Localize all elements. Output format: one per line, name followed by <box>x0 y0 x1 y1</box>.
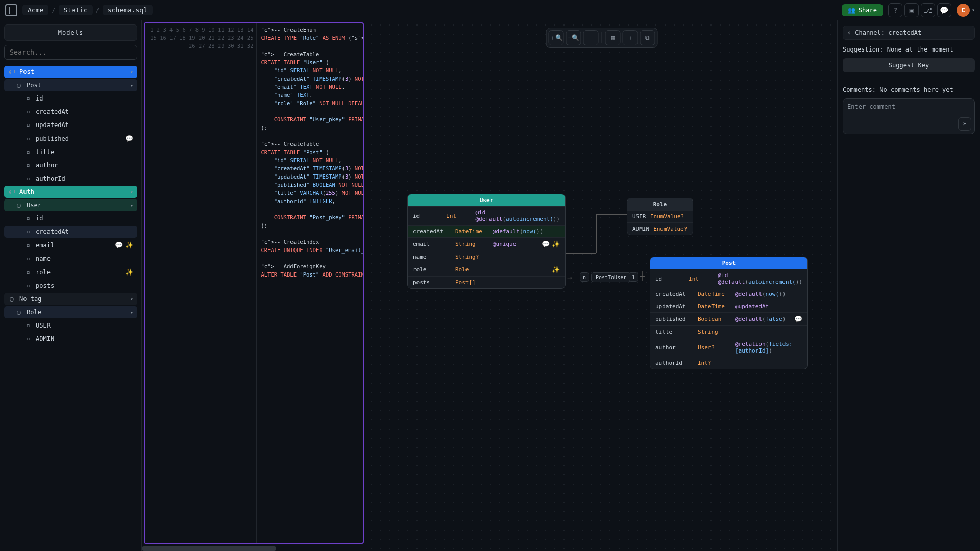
breadcrumb: Acme / Static / schema.sql <box>22 5 153 15</box>
table-row[interactable]: createdAtDateTime@default(now()) <box>650 288 807 300</box>
sql-body[interactable]: "c">-- CreateEnum CREATE TYPE "Role" AS … <box>257 23 363 543</box>
relation-end-right: 1 <box>629 272 638 282</box>
col-name: USER <box>632 213 646 220</box>
table-row[interactable]: authorIdInt? <box>650 357 807 369</box>
table-row[interactable]: titleString <box>650 325 807 338</box>
ai-icon: ✨ <box>125 268 133 276</box>
col-name: createdAt <box>413 228 451 235</box>
enum-role-user[interactable]: ▫USER <box>4 319 137 332</box>
crumb-sep: / <box>52 7 55 14</box>
field-post-authorid[interactable]: ▫authorId <box>4 172 137 185</box>
table-row[interactable]: ADMINEnumValue? <box>627 222 693 235</box>
tag-label: No tag <box>19 295 41 303</box>
crumb-org[interactable]: Acme <box>22 5 48 15</box>
tag-auth[interactable]: 🏷 Auth ▾ <box>4 186 137 198</box>
table-row[interactable]: postsPost[] <box>408 276 565 288</box>
field-icon: ▫ <box>24 255 32 262</box>
comments-button[interactable]: 💬 <box>937 3 951 17</box>
col-type: User? <box>698 344 731 351</box>
branch-button[interactable]: ⎇ <box>921 3 935 17</box>
comment-input[interactable]: Enter comment ➤ <box>843 98 975 134</box>
field-post-updatedat[interactable]: ▫updatedAt <box>4 119 137 131</box>
field-post-published[interactable]: ▫published💬 <box>4 132 137 145</box>
field-post-id[interactable]: ▫id <box>4 92 137 105</box>
field-user-email[interactable]: ▫email💬✨ <box>4 239 137 252</box>
folder-icon: ▢ <box>15 202 22 209</box>
col-attr: @id @default(autoincrement()) <box>475 209 560 222</box>
col-type: Role <box>455 266 488 273</box>
send-button[interactable]: ➤ <box>958 117 971 131</box>
field-label: USER <box>36 322 51 329</box>
avatar[interactable]: C <box>957 4 970 17</box>
field-user-posts[interactable]: ▫posts <box>4 280 137 292</box>
relation-pill[interactable]: PostToUser <box>591 272 631 282</box>
field-user-createdat[interactable]: ▫createdAt <box>4 226 137 238</box>
table-row[interactable]: nameString? <box>408 251 565 263</box>
share-button[interactable]: 👥 Share <box>842 4 883 16</box>
field-post-author[interactable]: ▫author <box>4 159 137 171</box>
card-header: Role <box>627 198 693 210</box>
table-row[interactable]: publishedBoolean@default(false)💬 <box>650 312 807 325</box>
table-row[interactable]: roleRole✨ <box>408 263 565 276</box>
arrow-icon: → <box>567 272 572 282</box>
model-role[interactable]: ▢ Role ▾ <box>4 306 137 318</box>
grid-button[interactable]: ▦ <box>605 30 621 45</box>
crumb-project[interactable]: Static <box>59 5 93 15</box>
tag-post[interactable]: 🏷 Post ▾ <box>4 66 137 78</box>
user-plus-icon: 👥 <box>848 7 855 14</box>
ai-icon: ✨ <box>552 240 560 248</box>
card-role[interactable]: Role USEREnumValue?ADMINEnumValue? <box>627 198 693 235</box>
field-post-title[interactable]: ▫title <box>4 146 137 158</box>
chevron-down-icon[interactable]: ▾ <box>972 7 975 13</box>
layout-icon: ▣ <box>910 6 914 14</box>
table-row[interactable]: updatedAtDateTime@updatedAt <box>650 300 807 312</box>
app-logo[interactable] <box>5 4 17 16</box>
table-row[interactable]: createdAtDateTime@default(now()) <box>408 225 565 237</box>
field-icon: ▫ <box>24 162 32 169</box>
enum-role-admin[interactable]: ▫ADMIN <box>4 333 137 345</box>
panel-title: Models <box>4 24 137 41</box>
layout-button[interactable]: ▣ <box>904 3 919 17</box>
card-post[interactable]: Post idInt@id @default(autoincrement())c… <box>650 257 808 369</box>
chevron-down-icon: ▾ <box>130 83 133 88</box>
erd-canvas[interactable]: ＋🔍 −🔍 ⛶ ▦ ＋ ⧉ User idInt@id @default(aut… <box>366 20 837 551</box>
card-user[interactable]: User idInt@id @default(autoincrement())c… <box>407 194 566 289</box>
col-type: Post[] <box>455 279 488 286</box>
tag-none[interactable]: ▢ No tag ▾ <box>4 293 137 305</box>
field-user-id[interactable]: ▫id <box>4 212 137 224</box>
field-post-createdat[interactable]: ▫createdAt <box>4 106 137 118</box>
field-user-role[interactable]: ▫role✨ <box>4 266 137 279</box>
table-row[interactable]: emailString@unique💬✨ <box>408 237 565 251</box>
table-row[interactable]: authorUser?@relation(fields:[authorId]) <box>650 338 807 357</box>
field-icon: ▫ <box>24 269 32 276</box>
chevron-left-icon[interactable]: ‹ <box>847 29 851 36</box>
fit-button[interactable]: ⛶ <box>583 30 599 45</box>
table-row[interactable]: idInt@id @default(autoincrement()) <box>408 206 565 225</box>
zoom-in-button[interactable]: ＋🔍 <box>549 30 564 45</box>
suggest-key-button[interactable]: Suggest Key <box>843 58 975 72</box>
zoom-out-button[interactable]: −🔍 <box>566 30 581 45</box>
table-row[interactable]: idInt@id @default(autoincrement()) <box>650 269 807 288</box>
crumb-file[interactable]: schema.sql <box>103 5 153 15</box>
add-button[interactable]: ＋ <box>623 30 638 45</box>
model-user[interactable]: ▢ User ▾ <box>4 199 137 211</box>
copy-button[interactable]: ⧉ <box>640 30 655 45</box>
col-name: id <box>655 276 684 282</box>
table-row[interactable]: USEREnumValue? <box>627 210 693 222</box>
field-label: title <box>36 148 54 156</box>
model-post[interactable]: ▢ Post ▾ <box>4 79 137 91</box>
comment-icon: 💬 <box>794 315 802 323</box>
sql-editor[interactable]: 1 2 3 4 5 6 7 8 9 10 11 12 13 14 15 16 1… <box>144 22 364 544</box>
horizontal-scrollbar[interactable] <box>142 546 366 551</box>
relation-end-left: n <box>580 272 589 282</box>
field-user-name[interactable]: ▫name <box>4 253 137 265</box>
help-button[interactable]: ? <box>888 3 902 17</box>
help-icon: ? <box>893 6 897 14</box>
field-icon: ▫ <box>24 215 32 222</box>
search-input[interactable] <box>4 45 137 60</box>
col-name: posts <box>413 279 451 286</box>
col-attr: @default(now()) <box>735 291 802 297</box>
model-label: User <box>27 202 41 209</box>
line-gutter: 1 2 3 4 5 6 7 8 9 10 11 12 13 14 15 16 1… <box>145 23 257 543</box>
model-label: Post <box>27 82 41 89</box>
